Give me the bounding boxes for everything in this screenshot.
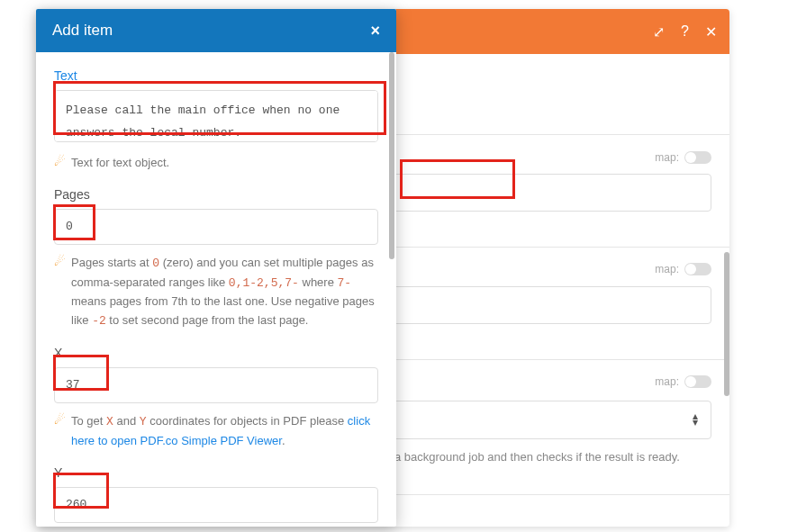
bulb-icon: ☄ [54, 254, 66, 269]
modal-close-icon[interactable]: × [370, 22, 380, 41]
map-toggle-images: map: [655, 263, 711, 275]
expand-icon[interactable]: ⤢ [653, 23, 665, 41]
map-label: map: [655, 375, 679, 388]
text-hint: ☄ Text for text object. [54, 154, 378, 173]
pages-label: Pages [54, 187, 378, 202]
scrollbar[interactable] [724, 252, 729, 396]
hint-text: To get X and Y coordinates for objects i… [71, 412, 378, 451]
text-input[interactable] [54, 90, 378, 142]
bulb-icon: ☄ [54, 154, 66, 169]
hint-text: Text for text object. [71, 154, 378, 173]
toggle-switch[interactable] [684, 375, 711, 388]
x-input[interactable] [54, 367, 378, 403]
hint-text: Pages starts at 0 (zero) and you can set… [71, 254, 378, 331]
pages-hint: ☄ Pages starts at 0 (zero) and you can s… [54, 254, 378, 331]
map-label: map: [655, 151, 679, 164]
modal-title: Add item [52, 22, 113, 40]
modal-body: Text ☄ Text for text object. Pages ☄ Pag… [36, 52, 396, 527]
y-label: Y [54, 465, 378, 480]
modal-header: Add item × [36, 9, 396, 52]
text-label: Text [54, 68, 378, 83]
header-actions: ⤢ ? ✕ [653, 9, 717, 54]
pages-input[interactable] [54, 209, 378, 245]
close-icon[interactable]: ✕ [705, 23, 717, 41]
map-label: map: [655, 263, 679, 275]
help-icon[interactable]: ? [681, 23, 689, 40]
caret-updown-icon: ▴▾ [693, 413, 698, 426]
toggle-switch[interactable] [684, 263, 711, 275]
x-hint: ☄ To get X and Y coordinates for objects… [54, 412, 378, 451]
bulb-icon: ☄ [54, 412, 66, 428]
add-item-modal: Add item × Text ☄ Text for text object. … [36, 9, 396, 527]
y-input[interactable] [54, 487, 378, 523]
toggle-switch[interactable] [684, 151, 711, 164]
map-toggle-sync: map: [655, 375, 711, 388]
map-toggle-text-annotations: map: [655, 151, 711, 164]
x-label: X [54, 346, 378, 360]
modal-scrollbar[interactable] [389, 52, 394, 259]
